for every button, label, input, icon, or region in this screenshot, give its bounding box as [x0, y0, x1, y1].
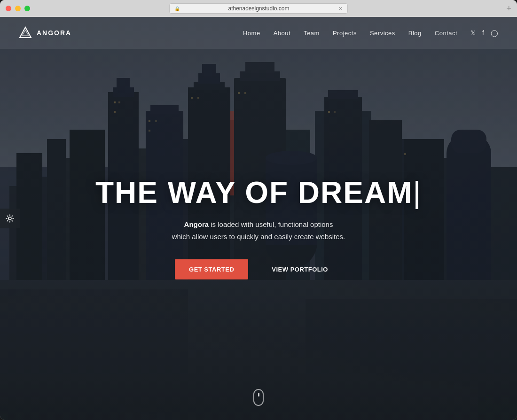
view-portfolio-button[interactable]: View Portfolio	[258, 259, 342, 280]
hero-section: ANGORA Home About Team Projects Services…	[0, 17, 517, 420]
instagram-icon[interactable]: ◯	[491, 29, 498, 37]
scroll-indicator	[253, 389, 264, 406]
nav-services[interactable]: Services	[370, 30, 395, 37]
nav-contact[interactable]: Contact	[435, 30, 457, 37]
navbar: ANGORA Home About Team Projects Services…	[0, 17, 517, 49]
nav-links: Home About Team Projects Services Blog C…	[243, 29, 457, 37]
tab-close-icon[interactable]: ✕	[338, 6, 343, 12]
hero-title: THE WAY OF DREAM|	[94, 176, 423, 209]
scroll-dot	[258, 393, 259, 397]
nav-blog[interactable]: Blog	[408, 30, 422, 37]
hero-brand: Angora	[184, 220, 209, 228]
minimize-button[interactable]	[15, 6, 21, 11]
logo-text: ANGORA	[37, 29, 71, 37]
svg-point-59	[8, 217, 11, 220]
hero-content: THE WAY OF DREAM| Angora is loaded with …	[94, 176, 423, 280]
scroll-mouse	[253, 389, 264, 406]
settings-widget[interactable]	[0, 209, 20, 228]
get-started-button[interactable]: Get Started	[175, 259, 248, 280]
facebook-icon[interactable]: f	[482, 29, 484, 37]
address-bar[interactable]: 🔒 athenadesignstudio.com ✕	[169, 3, 348, 14]
traffic-lights	[6, 6, 30, 11]
nav-home[interactable]: Home	[243, 30, 260, 37]
nav-about[interactable]: About	[274, 30, 290, 37]
nav-team[interactable]: Team	[304, 30, 320, 37]
url-text: athenadesignstudio.com	[182, 5, 336, 12]
hero-buttons: Get Started View Portfolio	[94, 259, 423, 280]
logo-area: ANGORA	[19, 26, 71, 39]
lock-icon: 🔒	[174, 6, 179, 11]
hero-subtitle: Angora is loaded with useful, functional…	[94, 218, 423, 242]
new-tab-button[interactable]: +	[506, 4, 511, 14]
logo-icon	[19, 26, 32, 39]
browser-window: 🔒 athenadesignstudio.com ✕ +	[0, 0, 517, 420]
nav-projects[interactable]: Projects	[333, 30, 357, 37]
close-button[interactable]	[6, 6, 11, 11]
twitter-icon[interactable]: 𝕏	[470, 29, 476, 37]
maximize-button[interactable]	[24, 6, 30, 11]
web-content: ANGORA Home About Team Projects Services…	[0, 17, 517, 420]
nav-social: 𝕏 f ◯	[470, 29, 498, 37]
title-bar: 🔒 athenadesignstudio.com ✕ +	[0, 0, 517, 17]
gear-icon	[6, 214, 14, 223]
